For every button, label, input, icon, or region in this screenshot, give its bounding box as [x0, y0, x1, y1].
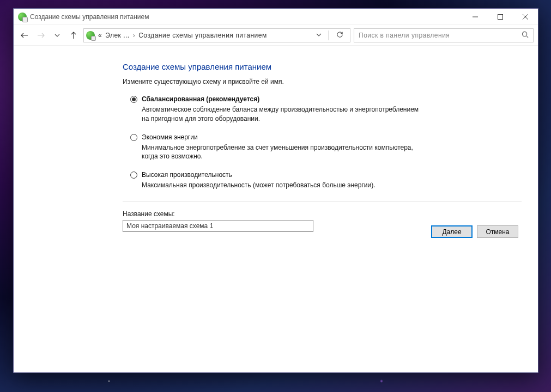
- divider: [328, 30, 329, 40]
- plan-name: Сбалансированная (рекомендуется): [142, 95, 425, 103]
- breadcrumb-prefix: «: [98, 32, 102, 39]
- plan-option-high-performance[interactable]: Высокая производительность Максимальная …: [130, 171, 522, 190]
- breadcrumb-item[interactable]: Создание схемы управления питанием: [138, 32, 267, 39]
- address-bar[interactable]: « Элек ... › Создание схемы управления п…: [83, 28, 350, 42]
- radio-button[interactable]: [130, 134, 137, 141]
- control-panel-window: Создание схемы управления питанием «: [13, 8, 538, 373]
- action-buttons: Далее Отмена: [431, 225, 518, 238]
- plan-option-balanced[interactable]: Сбалансированная (рекомендуется) Автомат…: [130, 95, 522, 124]
- content-area: Создание схемы управления питанием Измен…: [14, 46, 538, 372]
- refresh-button[interactable]: [332, 31, 348, 40]
- search-input[interactable]: [359, 32, 522, 39]
- power-options-icon: [18, 13, 27, 21]
- navigation-bar: « Элек ... › Создание схемы управления п…: [14, 25, 538, 46]
- cancel-button[interactable]: Отмена: [477, 225, 518, 238]
- page-subtitle: Измените существующую схему и присвойте …: [123, 78, 522, 85]
- maximize-button[interactable]: [488, 9, 513, 25]
- radio-button[interactable]: [130, 96, 137, 103]
- forward-button[interactable]: [34, 29, 47, 42]
- plan-description: Автоматическое соблюдение баланса между …: [142, 105, 425, 124]
- plan-name: Экономия энергии: [142, 133, 425, 141]
- plan-option-power-saver[interactable]: Экономия энергии Минимальное энергопотре…: [130, 133, 522, 162]
- recent-locations-button[interactable]: [51, 29, 64, 42]
- breadcrumb: « Элек ... › Создание схемы управления п…: [98, 32, 267, 39]
- page-title: Создание схемы управления питанием: [123, 62, 522, 71]
- svg-point-1: [522, 32, 526, 36]
- plan-name: Высокая производительность: [142, 171, 376, 179]
- back-button[interactable]: [18, 29, 31, 42]
- address-dropdown-button[interactable]: [313, 32, 325, 39]
- divider: [123, 201, 522, 201]
- plan-description: Минимальное энергопотребление за счет ум…: [142, 143, 425, 162]
- minimize-button[interactable]: [463, 9, 488, 25]
- plan-name-label: Название схемы:: [123, 210, 522, 218]
- next-button[interactable]: Далее: [431, 225, 473, 238]
- plan-name-input[interactable]: [123, 220, 313, 232]
- power-options-icon: [86, 31, 95, 40]
- plan-description: Максимальная производительность (может п…: [142, 181, 376, 190]
- search-icon[interactable]: [522, 31, 529, 40]
- svg-rect-0: [498, 14, 503, 19]
- radio-button[interactable]: [130, 171, 137, 179]
- breadcrumb-item[interactable]: Элек ...: [105, 32, 130, 39]
- close-button[interactable]: [513, 9, 538, 25]
- titlebar: Создание схемы управления питанием: [14, 9, 538, 25]
- up-button[interactable]: [67, 29, 80, 42]
- search-box[interactable]: [354, 28, 534, 42]
- window-title: Создание схемы управления питанием: [30, 13, 149, 21]
- chevron-right-icon: ›: [133, 32, 136, 39]
